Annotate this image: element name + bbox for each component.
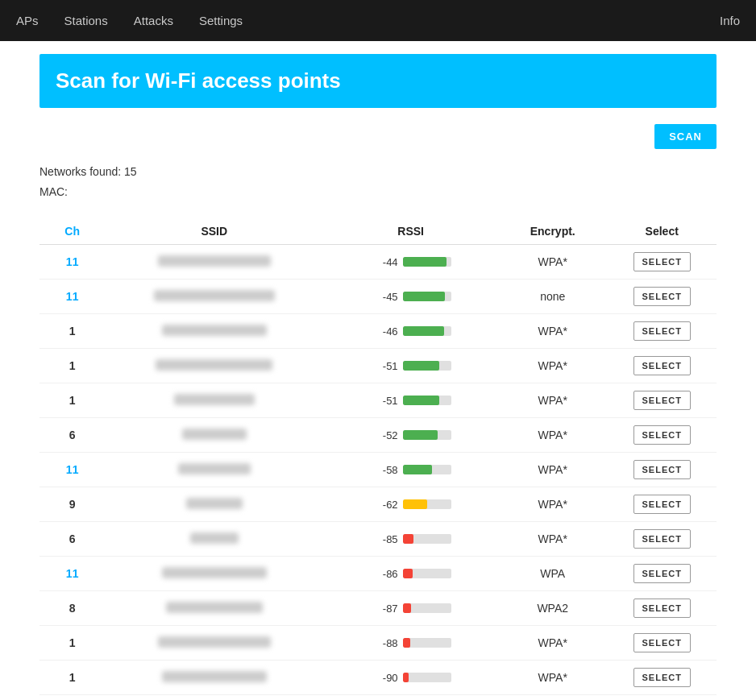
cell-ssid [105, 418, 323, 453]
cell-select: SELECT [607, 245, 717, 280]
page-container: Scan for Wi-Fi access points SCAN Networ… [23, 41, 733, 700]
rssi-value: -86 [371, 568, 398, 580]
rssi-bar-container [403, 638, 451, 648]
cell-ssid [105, 487, 323, 522]
select-button[interactable]: SELECT [633, 460, 691, 479]
cell-ch: 1 [39, 314, 105, 349]
select-button[interactable]: SELECT [633, 633, 691, 652]
rssi-value: -51 [371, 395, 398, 407]
rssi-value: -87 [371, 603, 398, 615]
rssi-value: -85 [371, 533, 398, 545]
cell-rssi: -86 [323, 557, 498, 591]
col-header-rssi: RSSI [323, 218, 498, 245]
cell-ch: 6 [39, 522, 105, 557]
rssi-bar [403, 430, 438, 440]
select-button[interactable]: SELECT [633, 564, 691, 583]
select-button[interactable]: SELECT [633, 668, 691, 687]
select-button[interactable]: SELECT [633, 252, 691, 271]
select-button[interactable]: SELECT [633, 321, 691, 341]
rssi-bar [403, 326, 445, 336]
rssi-bar [403, 534, 413, 544]
cell-rssi: -90 [323, 661, 498, 695]
cell-encrypt: WPA* [498, 487, 607, 522]
cell-encrypt: WPA2 [498, 591, 607, 626]
table-header: Ch SSID RSSI Encrypt. Select [39, 218, 717, 245]
cell-select: SELECT [607, 349, 717, 383]
table-body: 11-44WPA*SELECT11-45noneSELECT1-46WPA*SE… [39, 245, 717, 695]
cell-ch: 9 [39, 487, 105, 522]
rssi-bar [403, 396, 439, 405]
rssi-value: -51 [371, 360, 398, 372]
rssi-bar-container [403, 603, 451, 613]
cell-select: SELECT [607, 661, 717, 695]
cell-select: SELECT [607, 418, 717, 453]
cell-select: SELECT [607, 280, 717, 314]
cell-rssi: -51 [323, 383, 498, 418]
cell-rssi: -45 [323, 280, 498, 314]
cell-select: SELECT [607, 557, 717, 591]
cell-ssid [105, 661, 323, 695]
cell-ch: 1 [39, 661, 105, 695]
rssi-bar-container [403, 499, 451, 509]
nav-settings[interactable]: Settings [196, 14, 246, 27]
cell-select: SELECT [607, 626, 717, 661]
table-row: 11-44WPA*SELECT [39, 245, 717, 280]
rssi-bar [403, 569, 413, 578]
cell-select: SELECT [607, 383, 717, 418]
rssi-value: -52 [371, 429, 398, 441]
rssi-bar [403, 257, 447, 267]
cell-rssi: -51 [323, 349, 498, 383]
col-header-ssid: SSID [105, 218, 323, 245]
select-button[interactable]: SELECT [633, 356, 691, 375]
rssi-value: -58 [371, 464, 398, 476]
rssi-bar [403, 603, 412, 613]
networks-table: Ch SSID RSSI Encrypt. Select 11-44WPA*SE… [39, 218, 717, 695]
cell-select: SELECT [607, 314, 717, 349]
select-button[interactable]: SELECT [633, 425, 691, 445]
select-button[interactable]: SELECT [633, 529, 691, 549]
cell-encrypt: WPA* [498, 453, 607, 487]
select-button[interactable]: SELECT [633, 287, 691, 306]
nav-info[interactable]: Info [717, 14, 743, 27]
cell-rssi: -58 [323, 453, 498, 487]
cell-rssi: -88 [323, 626, 498, 661]
rssi-value: -90 [371, 672, 398, 684]
select-button[interactable]: SELECT [633, 599, 691, 618]
cell-ch: 11 [39, 280, 105, 314]
nav-stations[interactable]: Stations [61, 14, 111, 27]
cell-rssi: -46 [323, 314, 498, 349]
cell-ch: 8 [39, 591, 105, 626]
nav-attacks[interactable]: Attacks [131, 14, 177, 27]
rssi-bar-container [403, 569, 451, 578]
cell-ssid [105, 349, 323, 383]
select-button[interactable]: SELECT [633, 495, 691, 514]
networks-found: Networks found: 15 [39, 162, 717, 182]
select-button[interactable]: SELECT [633, 391, 691, 410]
cell-select: SELECT [607, 522, 717, 557]
table-row: 11-58WPA*SELECT [39, 453, 717, 487]
col-header-encrypt: Encrypt. [498, 218, 607, 245]
cell-ch: 11 [39, 557, 105, 591]
mac-label: MAC: [39, 182, 717, 202]
rssi-value: -44 [371, 256, 398, 268]
table-row: 11-86WPASELECT [39, 557, 717, 591]
rssi-bar-container [403, 361, 451, 371]
cell-ch: 1 [39, 383, 105, 418]
cell-ssid [105, 626, 323, 661]
scan-button[interactable]: SCAN [654, 124, 717, 149]
rssi-bar [403, 499, 427, 509]
rssi-bar [403, 465, 432, 474]
cell-encrypt: WPA* [498, 661, 607, 695]
cell-rssi: -44 [323, 245, 498, 280]
rssi-bar [403, 361, 439, 371]
cell-select: SELECT [607, 591, 717, 626]
rssi-bar [403, 673, 409, 682]
nav-aps[interactable]: APs [13, 14, 42, 27]
cell-encrypt: WPA* [498, 314, 607, 349]
cell-encrypt: WPA* [498, 349, 607, 383]
rssi-bar-container [403, 257, 451, 267]
table-row: 11-45noneSELECT [39, 280, 717, 314]
cell-ch: 6 [39, 418, 105, 453]
table-row: 1-51WPA*SELECT [39, 383, 717, 418]
cell-ssid [105, 557, 323, 591]
